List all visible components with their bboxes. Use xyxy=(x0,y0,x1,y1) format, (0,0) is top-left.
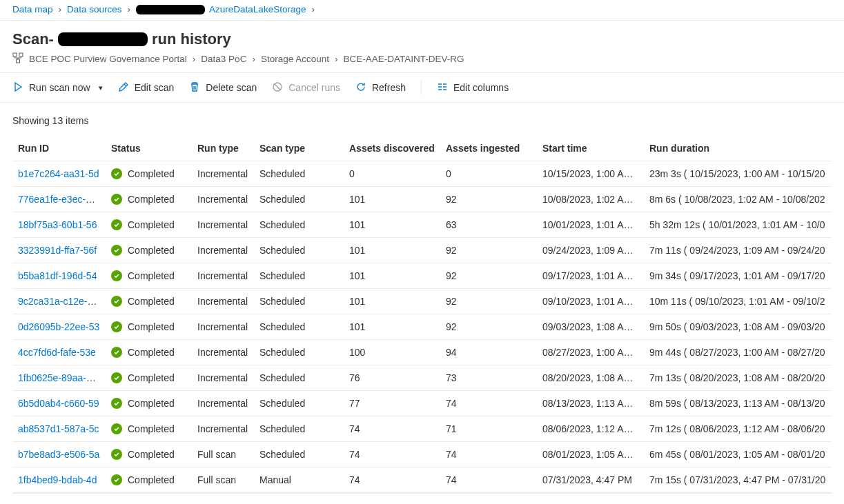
run-duration-cell: 7m 11s ( 09/24/2023, 1:09 AM - 09/24/20 xyxy=(644,238,832,263)
breadcrumb-link-data-sources[interactable]: Data sources xyxy=(67,4,122,14)
hierarchy-path: BCE POC Purview Governance Portal › Data… xyxy=(12,52,832,65)
edit-columns-button[interactable]: Edit columns xyxy=(437,81,509,94)
status-label: Completed xyxy=(128,296,175,307)
play-icon xyxy=(12,81,23,94)
start-time-cell: 10/15/2023, 1:00 A… xyxy=(537,161,644,187)
run-id-link[interactable]: 1fb0625e-89aa-538 xyxy=(18,372,102,383)
status-label: Completed xyxy=(128,347,175,358)
run-type-cell: Incremental xyxy=(192,391,254,416)
path-seg-3: BCE-AAE-DATAINT-DEV-RG xyxy=(343,54,464,64)
status-label: Completed xyxy=(128,449,175,460)
page-title: Scan- run history xyxy=(12,30,832,48)
refresh-icon xyxy=(355,81,366,94)
col-assets-discovered[interactable]: Assets discovered xyxy=(344,136,440,161)
assets-discovered-cell: 101 xyxy=(344,187,440,212)
col-scan-type[interactable]: Scan type xyxy=(254,136,344,161)
assets-discovered-cell: 101 xyxy=(344,263,440,289)
breadcrumb-link-data-map[interactable]: Data map xyxy=(12,4,53,14)
edit-scan-button[interactable]: Edit scan xyxy=(118,81,175,94)
check-circle-icon xyxy=(111,347,122,358)
cancel-runs-button: Cancel runs xyxy=(272,81,340,94)
run-duration-cell: 9m 50s ( 09/03/2023, 1:08 AM - 09/03/20 xyxy=(644,314,832,340)
assets-ingested-cell: 74 xyxy=(440,391,537,416)
run-id-link[interactable]: 0d26095b-22ee-53 xyxy=(18,321,99,332)
breadcrumb: Data map › Data sources › AzureDataLakeS… xyxy=(0,0,844,21)
assets-ingested-cell: 94 xyxy=(440,340,537,365)
start-time-cell: 08/01/2023, 1:05 A… xyxy=(537,442,644,467)
table-row[interactable]: 4cc7fd6d-fafe-53eCompletedIncrementalSch… xyxy=(12,340,832,365)
run-id-link[interactable]: 18bf75a3-60b1-56 xyxy=(18,219,97,230)
delete-scan-button[interactable]: Delete scan xyxy=(189,81,257,94)
table-row[interactable]: b5ba81df-196d-54CompletedIncrementalSche… xyxy=(12,263,832,289)
path-seg-1: Data3 PoC xyxy=(201,54,246,64)
run-id-link[interactable]: b7be8ad3-e506-5a xyxy=(18,449,99,460)
check-circle-icon xyxy=(111,449,122,460)
breadcrumb-sep: › xyxy=(59,4,62,14)
table-row[interactable]: b7be8ad3-e506-5aCompletedFull scanSchedu… xyxy=(12,442,832,467)
run-id-link[interactable]: 9c2ca31a-c12e-5a7 xyxy=(18,296,104,307)
start-time-cell: 09/17/2023, 1:01 A… xyxy=(537,263,644,289)
table-row[interactable]: ab8537d1-587a-5cCompletedIncrementalSche… xyxy=(12,416,832,442)
scan-type-cell: Scheduled xyxy=(254,289,344,314)
run-duration-cell: 8m 6s ( 10/08/2023, 1:02 AM - 10/08/202 xyxy=(644,187,832,212)
edit-columns-label: Edit columns xyxy=(453,82,509,93)
run-id-link[interactable]: 4cc7fd6d-fafe-53e xyxy=(18,347,96,358)
toolbar: Run scan now ▾ Edit scan Delete scan Can… xyxy=(0,73,844,103)
hierarchy-icon xyxy=(12,52,23,65)
svg-rect-1 xyxy=(19,53,23,57)
table-row[interactable]: 3323991d-ffa7-56fCompletedIncrementalSch… xyxy=(12,238,832,263)
assets-discovered-cell: 101 xyxy=(344,314,440,340)
col-run-id[interactable]: Run ID xyxy=(12,136,106,161)
assets-ingested-cell: 74 xyxy=(440,467,537,494)
run-id-link[interactable]: 3323991d-ffa7-56f xyxy=(18,245,97,256)
run-duration-cell: 7m 12s ( 08/06/2023, 1:12 AM - 08/06/20 xyxy=(644,416,832,442)
table-row[interactable]: 1fb0625e-89aa-538CompletedIncrementalSch… xyxy=(12,365,832,391)
check-circle-icon xyxy=(111,398,122,409)
start-time-cell: 10/01/2023, 1:01 A… xyxy=(537,212,644,238)
run-id-link[interactable]: ab8537d1-587a-5c xyxy=(18,423,99,434)
run-type-cell: Incremental xyxy=(192,314,254,340)
assets-discovered-cell: 74 xyxy=(344,467,440,494)
check-circle-icon xyxy=(111,219,122,230)
col-run-duration[interactable]: Run duration xyxy=(644,136,832,161)
svg-rect-0 xyxy=(13,53,17,57)
assets-discovered-cell: 101 xyxy=(344,238,440,263)
check-circle-icon xyxy=(111,168,122,179)
status-label: Completed xyxy=(128,398,175,409)
refresh-button[interactable]: Refresh xyxy=(355,81,406,94)
col-status[interactable]: Status xyxy=(106,136,192,161)
table-row[interactable]: 776ea1fe-e3ec-5dcCompletedIncrementalSch… xyxy=(12,187,832,212)
run-type-cell: Incremental xyxy=(192,238,254,263)
table-row[interactable]: 9c2ca31a-c12e-5a7CompletedIncrementalSch… xyxy=(12,289,832,314)
scan-type-cell: Scheduled xyxy=(254,365,344,391)
run-scan-now-button[interactable]: Run scan now ▾ xyxy=(12,81,103,94)
breadcrumb-link-azure-data-lake-storage[interactable]: AzureDataLakeStorage xyxy=(209,4,306,14)
table-row[interactable]: 1fb4bed9-bdab-4dCompletedFull scanManual… xyxy=(12,467,832,494)
page-header: Scan- run history BCE POC Purview Govern… xyxy=(0,21,844,73)
run-id-link[interactable]: 1fb4bed9-bdab-4d xyxy=(18,474,97,485)
scan-type-cell: Scheduled xyxy=(254,212,344,238)
path-seg-2: Storage Account xyxy=(261,54,329,64)
columns-icon xyxy=(437,81,448,94)
status-label: Completed xyxy=(128,194,175,205)
run-id-link[interactable]: 776ea1fe-e3ec-5dc xyxy=(18,194,101,205)
check-circle-icon xyxy=(111,372,122,383)
col-assets-ingested[interactable]: Assets ingested xyxy=(440,136,537,161)
check-circle-icon xyxy=(111,296,122,307)
run-id-link[interactable]: b1e7c264-aa31-5d xyxy=(18,168,99,179)
table-row[interactable]: b1e7c264-aa31-5dCompletedIncrementalSche… xyxy=(12,161,832,187)
table-row[interactable]: 6b5d0ab4-c660-59CompletedIncrementalSche… xyxy=(12,391,832,416)
run-history-table: Run ID Status Run type Scan type Assets … xyxy=(12,136,832,494)
assets-ingested-cell: 0 xyxy=(440,161,537,187)
table-row[interactable]: 0d26095b-22ee-53CompletedIncrementalSche… xyxy=(12,314,832,340)
col-start-time[interactable]: Start time xyxy=(537,136,644,161)
scan-type-cell: Scheduled xyxy=(254,314,344,340)
table-row[interactable]: 18bf75a3-60b1-56CompletedIncrementalSche… xyxy=(12,212,832,238)
col-run-type[interactable]: Run type xyxy=(192,136,254,161)
run-scan-now-label: Run scan now xyxy=(29,82,90,93)
cancel-runs-label: Cancel runs xyxy=(288,82,340,93)
check-circle-icon xyxy=(111,245,122,256)
assets-ingested-cell: 92 xyxy=(440,314,537,340)
run-id-link[interactable]: 6b5d0ab4-c660-59 xyxy=(18,398,99,409)
run-id-link[interactable]: b5ba81df-196d-54 xyxy=(18,270,97,281)
